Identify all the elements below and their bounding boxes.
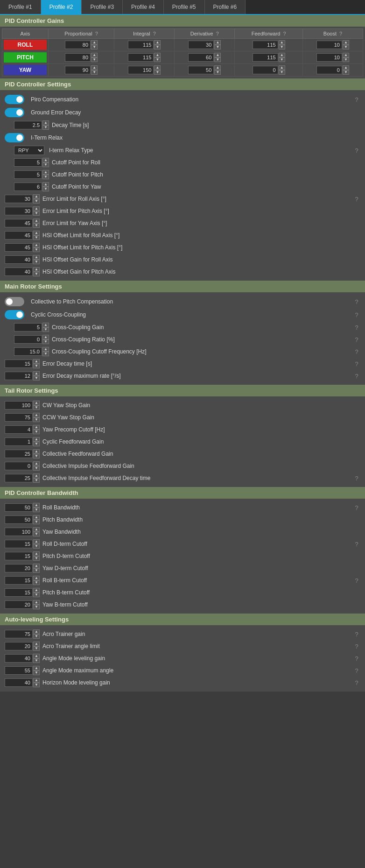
error-decay-max-rate-input[interactable]: [5, 372, 33, 380]
roll-boost-down[interactable]: ▼: [343, 45, 349, 49]
pitch-bterm-input[interactable]: [5, 588, 33, 597]
roll-derivative-down[interactable]: ▼: [214, 45, 221, 49]
collective-ff-down[interactable]: ▼: [33, 454, 40, 459]
roll-dterm-down[interactable]: ▼: [33, 544, 40, 549]
profile-tab-1[interactable]: Profile #1: [0, 0, 41, 14]
yaw-bterm-up[interactable]: ▲: [33, 600, 40, 605]
yaw-dterm-down[interactable]: ▼: [33, 568, 40, 573]
pitch-proportional-down[interactable]: ▼: [91, 57, 98, 62]
acro-trainer-gain-down[interactable]: ▼: [33, 634, 40, 639]
yaw-integral-up[interactable]: ▲: [154, 65, 161, 70]
horizon-mode-gain-down[interactable]: ▼: [33, 683, 40, 687]
angle-mode-gain-down[interactable]: ▼: [33, 658, 40, 663]
error-decay-max-rate-down[interactable]: ▼: [33, 376, 40, 381]
cutoff-yaw-up[interactable]: ▲: [42, 182, 49, 187]
angle-mode-gain-up[interactable]: ▲: [33, 654, 40, 658]
pitch-dterm-down[interactable]: ▼: [33, 556, 40, 561]
roll-bw-help-icon[interactable]: ?: [353, 504, 360, 511]
roll-dterm-input[interactable]: [5, 540, 33, 548]
hsi-offset-gain-pitch-input[interactable]: [5, 268, 33, 276]
iterm-relax-type-select[interactable]: RPY RP Y: [14, 146, 44, 155]
yaw-feedforward-up[interactable]: ▲: [279, 65, 285, 70]
cross-coupling-ratio-input[interactable]: [14, 335, 42, 344]
collective-ff-up[interactable]: ▲: [33, 449, 40, 454]
horizon-mode-gain-help-icon[interactable]: ?: [353, 679, 360, 686]
roll-bterm-down[interactable]: ▼: [33, 580, 40, 585]
cross-coupling-gain-help-icon[interactable]: ?: [353, 324, 360, 331]
cyclic-cross-coupling-toggle[interactable]: [5, 310, 24, 319]
roll-bw-up[interactable]: ▲: [33, 503, 40, 508]
hsi-offset-roll-input[interactable]: [5, 231, 33, 240]
roll-boost-input[interactable]: [316, 41, 342, 49]
pitch-bterm-down[interactable]: ▼: [33, 593, 40, 597]
angle-mode-gain-help-icon[interactable]: ?: [353, 655, 360, 662]
cutoff-roll-input[interactable]: [14, 158, 42, 167]
profile-tab-4[interactable]: Profile #4: [123, 0, 164, 14]
error-limit-roll-down[interactable]: ▼: [33, 199, 40, 204]
cutoff-yaw-input[interactable]: [14, 183, 42, 191]
roll-proportional-input[interactable]: [65, 41, 91, 49]
roll-feedforward-down[interactable]: ▼: [279, 45, 285, 49]
pitch-integral-up[interactable]: ▲: [154, 53, 161, 57]
decay-time-input[interactable]: [14, 121, 42, 129]
collective-pitch-help-icon[interactable]: ?: [353, 298, 360, 305]
cyclic-ff-down[interactable]: ▼: [33, 442, 40, 446]
pitch-integral-input[interactable]: [128, 53, 154, 62]
ccw-yaw-stop-down[interactable]: ▼: [33, 417, 40, 422]
pitch-bw-up[interactable]: ▲: [33, 515, 40, 520]
iterm-relax-type-help-icon[interactable]: ?: [353, 147, 360, 154]
angle-mode-max-up[interactable]: ▲: [33, 666, 40, 670]
collective-impulse-ff-down[interactable]: ▼: [33, 466, 40, 471]
yaw-precomp-down[interactable]: ▼: [33, 430, 40, 434]
cross-coupling-ratio-up[interactable]: ▲: [42, 335, 49, 339]
acro-trainer-angle-down[interactable]: ▼: [33, 646, 40, 651]
pitch-proportional-input[interactable]: [65, 53, 91, 62]
roll-boost-up[interactable]: ▲: [343, 40, 349, 45]
roll-proportional-up[interactable]: ▲: [91, 40, 98, 45]
error-decay-max-rate-help-icon[interactable]: ?: [353, 373, 360, 380]
hsi-offset-gain-roll-up[interactable]: ▲: [33, 255, 40, 260]
hsi-offset-roll-down[interactable]: ▼: [33, 235, 40, 240]
acro-trainer-angle-input[interactable]: [5, 642, 33, 650]
ccw-yaw-stop-up[interactable]: ▲: [33, 413, 40, 417]
yaw-integral-down[interactable]: ▼: [154, 70, 161, 75]
angle-mode-max-input[interactable]: [5, 666, 33, 675]
pitch-feedforward-input[interactable]: [253, 53, 278, 62]
pitch-bw-down[interactable]: ▼: [33, 520, 40, 524]
hsi-offset-gain-pitch-up[interactable]: ▲: [33, 267, 40, 272]
pitch-boost-up[interactable]: ▲: [343, 53, 349, 57]
cutoff-roll-down[interactable]: ▼: [42, 162, 49, 167]
error-limit-yaw-down[interactable]: ▼: [33, 223, 40, 228]
ccw-yaw-stop-input[interactable]: [5, 413, 33, 422]
pitch-integral-down[interactable]: ▼: [154, 57, 161, 62]
roll-bw-down[interactable]: ▼: [33, 508, 40, 512]
yaw-proportional-up[interactable]: ▲: [91, 65, 98, 70]
error-limit-yaw-input[interactable]: [5, 219, 33, 227]
roll-bterm-help-icon[interactable]: ?: [353, 577, 360, 584]
piro-compensation-toggle[interactable]: [5, 95, 24, 104]
hsi-offset-gain-pitch-down[interactable]: ▼: [33, 272, 40, 276]
cutoff-pitch-down[interactable]: ▼: [42, 175, 49, 179]
cutoff-pitch-up[interactable]: ▲: [42, 170, 49, 175]
yaw-precomp-up[interactable]: ▲: [33, 425, 40, 430]
roll-bw-input[interactable]: [5, 503, 33, 512]
error-decay-time-down[interactable]: ▼: [33, 364, 40, 368]
cutoff-yaw-down[interactable]: ▼: [42, 187, 49, 191]
acro-trainer-angle-help-icon[interactable]: ?: [353, 643, 360, 650]
cw-yaw-stop-down[interactable]: ▼: [33, 405, 40, 410]
decay-time-down[interactable]: ▼: [42, 125, 49, 130]
yaw-bw-up[interactable]: ▲: [33, 527, 40, 532]
pitch-derivative-input[interactable]: [188, 53, 214, 62]
error-decay-time-input[interactable]: [5, 360, 33, 368]
profile-tab-5[interactable]: Profile #5: [164, 0, 205, 14]
pitch-feedforward-down[interactable]: ▼: [279, 57, 285, 62]
cross-coupling-ratio-help-icon[interactable]: ?: [353, 336, 360, 343]
cw-yaw-stop-input[interactable]: [5, 401, 33, 409]
pitch-boost-down[interactable]: ▼: [343, 57, 349, 62]
yaw-boost-input[interactable]: [316, 66, 342, 74]
pitch-proportional-up[interactable]: ▲: [91, 53, 98, 57]
roll-bterm-input[interactable]: [5, 576, 33, 585]
error-limit-pitch-input[interactable]: [5, 207, 33, 215]
roll-derivative-up[interactable]: ▲: [214, 40, 221, 45]
collective-impulse-decay-up[interactable]: ▲: [33, 473, 40, 478]
